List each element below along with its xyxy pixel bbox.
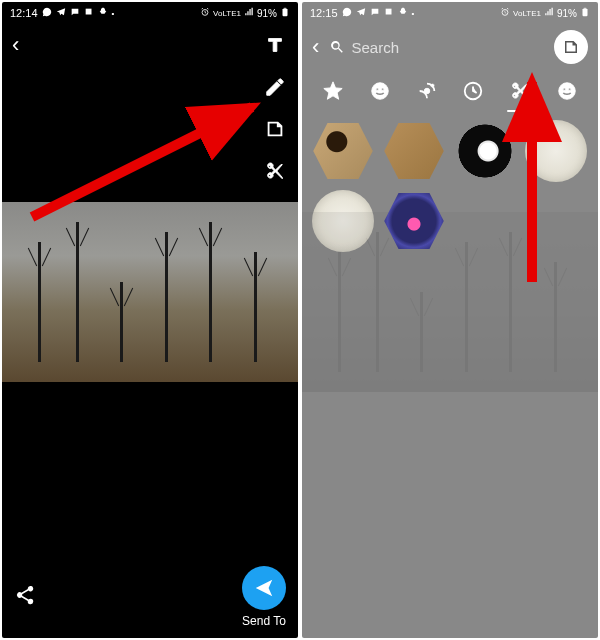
svg-rect-5 <box>385 9 391 15</box>
network-label: VoLTE1 <box>213 9 241 18</box>
sticker-picker-screen: 12:15 • <box>302 2 598 638</box>
telegram-icon <box>56 7 66 19</box>
tab-scissors[interactable] <box>505 76 535 106</box>
svg-point-14 <box>558 83 575 100</box>
status-time: 12:15 <box>310 7 338 19</box>
status-bar: 12:15 • <box>302 2 598 24</box>
tab-emoji[interactable] <box>365 76 395 106</box>
status-time: 12:14 <box>10 7 38 19</box>
network-label: VoLTE1 <box>513 9 541 18</box>
message-icon <box>370 7 380 19</box>
svg-point-12 <box>424 88 430 94</box>
svg-point-10 <box>376 88 378 90</box>
back-button[interactable]: ‹ <box>12 32 19 58</box>
message-icon <box>70 7 80 19</box>
tab-recent[interactable] <box>458 76 488 106</box>
svg-rect-3 <box>284 8 287 9</box>
dot-icon: • <box>412 9 415 18</box>
notification-icon <box>384 7 394 19</box>
svg-rect-0 <box>85 9 91 15</box>
telegram-icon <box>356 7 366 19</box>
cutout-sticker[interactable] <box>525 120 587 182</box>
sticker-tool[interactable] <box>262 116 288 142</box>
tab-favorites[interactable] <box>318 76 348 106</box>
bottom-bar: Send To <box>2 566 298 628</box>
svg-rect-2 <box>283 9 288 17</box>
send-button[interactable] <box>242 566 286 610</box>
cutout-sticker[interactable] <box>312 120 374 182</box>
snap-edit-screen: 12:14 • <box>2 2 298 638</box>
svg-rect-8 <box>584 8 587 9</box>
whatsapp-icon <box>342 7 352 19</box>
create-sticker-button[interactable] <box>554 30 588 64</box>
battery-label: 91% <box>257 8 277 19</box>
status-bar: 12:14 • <box>2 2 298 24</box>
svg-point-11 <box>382 88 384 90</box>
cutout-sticker[interactable] <box>454 120 516 182</box>
battery-label: 91% <box>557 8 577 19</box>
text-tool[interactable] <box>262 32 288 58</box>
search-field[interactable] <box>329 38 544 56</box>
sticker-icon <box>562 38 580 56</box>
alarm-icon <box>500 7 510 19</box>
signal-icon <box>544 7 554 19</box>
scissors-tool[interactable] <box>262 158 288 184</box>
svg-rect-7 <box>583 9 588 17</box>
pencil-tool[interactable] <box>262 74 288 100</box>
notification-icon <box>84 7 94 19</box>
back-button[interactable]: ‹ <box>312 34 319 60</box>
search-input[interactable] <box>351 39 544 56</box>
picker-tabs <box>302 70 598 116</box>
cutout-sticker[interactable] <box>383 120 445 182</box>
snapchat-icon <box>98 7 108 19</box>
picker-header: ‹ <box>302 24 598 70</box>
dot-icon: • <box>112 9 115 18</box>
share-button[interactable] <box>14 584 36 610</box>
tab-bitmoji[interactable] <box>412 76 442 106</box>
snapchat-icon <box>398 7 408 19</box>
signal-icon <box>244 7 254 19</box>
svg-point-16 <box>568 88 570 90</box>
alarm-icon <box>200 7 210 19</box>
battery-icon <box>580 7 590 19</box>
whatsapp-icon <box>42 7 52 19</box>
send-label: Send To <box>242 614 286 628</box>
svg-point-9 <box>372 83 389 100</box>
snap-preview <box>2 202 298 382</box>
tab-custom-emoji[interactable] <box>552 76 582 106</box>
chevron-left-icon: ‹ <box>12 32 19 57</box>
svg-point-15 <box>563 88 565 90</box>
battery-icon <box>280 7 290 19</box>
search-icon <box>329 38 345 56</box>
faded-snap-bg <box>302 212 598 392</box>
